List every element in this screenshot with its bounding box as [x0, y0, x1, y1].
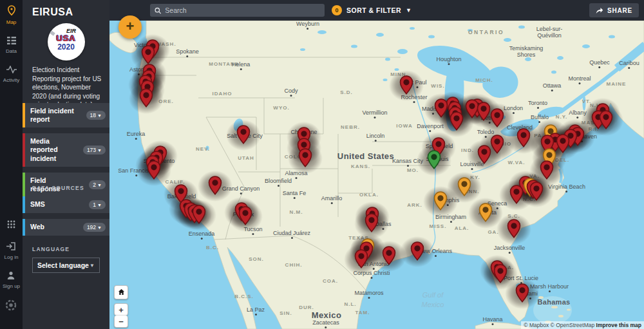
sort-filter-button[interactable]: 0 SORT & FILTER ▼ [332, 3, 412, 18]
map-pin-orange[interactable] [433, 191, 448, 211]
map-pin-red[interactable] [477, 102, 491, 121]
sidebar-item-ushahidi-logo-icon[interactable] [3, 299, 20, 314]
map-pin-red[interactable] [139, 88, 153, 108]
rail-item-label: Data [6, 48, 17, 54]
map-pin-red[interactable] [599, 110, 613, 129]
map-pin-red[interactable] [493, 264, 507, 283]
map-pin-red[interactable] [382, 246, 396, 265]
add-report-button[interactable]: + [118, 15, 142, 39]
zoom-in-button[interactable]: + [114, 303, 128, 315]
map-pin-red[interactable] [516, 128, 531, 147]
map-pin-red[interactable] [490, 135, 504, 154]
rail-top-group: MapDataActivity [3, 5, 19, 93]
deployment-sidebar: EIRUSA EIR USA 2020 Election Incident Re… [23, 0, 109, 329]
map-pin-red[interactable] [490, 108, 504, 127]
logo-line3: 2020 [48, 42, 85, 52]
category-count-badge[interactable]: 1▼ [89, 200, 106, 209]
search-box[interactable] [150, 4, 325, 17]
app-window: MapDataActivity Log inSign up EIRUSA EIR… [0, 0, 644, 329]
activity-icon [6, 64, 17, 76]
mapbox-attribution-link[interactable]: © Mapbox [524, 322, 549, 328]
category-color-bar [23, 196, 25, 213]
map-pin-orange[interactable] [478, 203, 493, 222]
category-count-badge[interactable]: 173▼ [83, 146, 106, 155]
category-count-badge[interactable]: 18▼ [86, 111, 106, 120]
login-icon [6, 241, 15, 253]
map-attribution: © Mapbox © OpenStreetMap Improve this ma… [521, 321, 644, 329]
map-canvas[interactable]: WASH.ORE.IDAHOMONTANAWYO.S.D.NEBR.KANS.C… [109, 21, 644, 329]
map-pin-red[interactable] [507, 219, 521, 238]
category-row-media-reported-incident[interactable]: Media reported incident173▼ [23, 133, 109, 166]
rail-item-label: Log in [5, 254, 19, 260]
map-pin-red[interactable] [192, 205, 206, 224]
map-pin-red[interactable] [354, 249, 368, 268]
chevron-down-icon: ▼ [97, 225, 102, 230]
rail-item-label: Activity [3, 77, 19, 83]
search-icon [155, 7, 161, 14]
map-pin-red[interactable] [298, 148, 312, 167]
map-pin-red[interactable] [208, 176, 222, 195]
rail-item-label: Sign up [3, 283, 20, 289]
map-zoom-control: + − [114, 303, 128, 328]
sidebar-item-map[interactable]: Map [3, 5, 19, 25]
filter-count-badge: 0 [332, 5, 342, 15]
category-label: Web [30, 223, 44, 231]
map-pin-red[interactable] [236, 125, 251, 144]
data-list-icon [7, 35, 16, 47]
map-pin-red[interactable] [410, 241, 424, 261]
source-row-web[interactable]: Web192▼ [23, 219, 109, 236]
map-pin-red[interactable] [529, 182, 544, 201]
chevron-down-icon: ▼ [406, 7, 412, 14]
category-label: Media reported incident [30, 137, 77, 162]
language-select-value: Select language [37, 261, 89, 269]
rail-item-label: Map [6, 19, 17, 25]
home-icon [118, 288, 125, 296]
language-select[interactable]: Select language ▼ [32, 258, 100, 273]
map-pin-red[interactable] [399, 75, 413, 95]
deployment-title: EIRUSA [23, 0, 109, 18]
map-pin-icon [7, 5, 16, 18]
data-sources-section: DATA SOURCES SMS1▼Web192▼ [23, 185, 109, 241]
map-pin-red[interactable] [147, 160, 161, 180]
chevron-down-icon: ▼ [90, 263, 95, 268]
map-pin-red[interactable] [450, 111, 464, 131]
category-row-field-incident-report[interactable]: Field incident report18▼ [23, 103, 109, 127]
pins-layer [109, 21, 644, 329]
sidebar-item-apps-grid-icon[interactable] [3, 220, 20, 231]
language-heading: LANGUAGE [32, 246, 109, 252]
map-pin-red[interactable] [141, 45, 155, 64]
sidebar-item-data[interactable]: Data [3, 35, 19, 54]
map-pin-red[interactable] [540, 160, 554, 180]
map-pin-orange[interactable] [457, 177, 471, 196]
language-section: LANGUAGE Select language ▼ [23, 246, 109, 273]
signup-icon [6, 270, 15, 282]
filter-label: SORT & FILTER [346, 6, 401, 14]
map-pin-red[interactable] [365, 213, 379, 232]
map-pin-green[interactable] [427, 150, 441, 169]
share-icon [596, 7, 603, 14]
sidebar-item-log-in[interactable]: Log in [3, 241, 20, 260]
source-row-sms[interactable]: SMS1▼ [23, 196, 109, 213]
share-label: SHARE [607, 7, 632, 14]
osm-attribution-link[interactable]: © OpenStreetMap [551, 322, 595, 328]
map-pin-red[interactable] [509, 185, 524, 204]
sidebar-item-activity[interactable]: Activity [3, 64, 19, 83]
ushahidi-logo-icon [5, 299, 17, 314]
sidebar-item-sign-up[interactable]: Sign up [3, 270, 20, 289]
map-pin-red[interactable] [556, 134, 570, 153]
improve-map-link[interactable]: Improve this map [596, 322, 641, 328]
chevron-down-icon: ▼ [97, 148, 102, 153]
map-pin-red[interactable] [434, 99, 448, 118]
search-input[interactable] [165, 6, 320, 14]
map-pin-red[interactable] [515, 283, 529, 303]
rail-bottom-group: Log inSign up [3, 220, 20, 324]
share-button[interactable]: SHARE [589, 3, 639, 17]
map-pin-red[interactable] [477, 145, 491, 164]
zoom-out-button[interactable]: − [114, 315, 128, 328]
category-count-badge[interactable]: 192▼ [83, 223, 106, 232]
map-pin-red[interactable] [238, 206, 252, 225]
map-home-button[interactable] [114, 285, 128, 299]
category-label: SMS [30, 200, 45, 209]
category-color-bar [23, 219, 25, 236]
deployment-logo: EIR USA 2020 [48, 23, 85, 61]
